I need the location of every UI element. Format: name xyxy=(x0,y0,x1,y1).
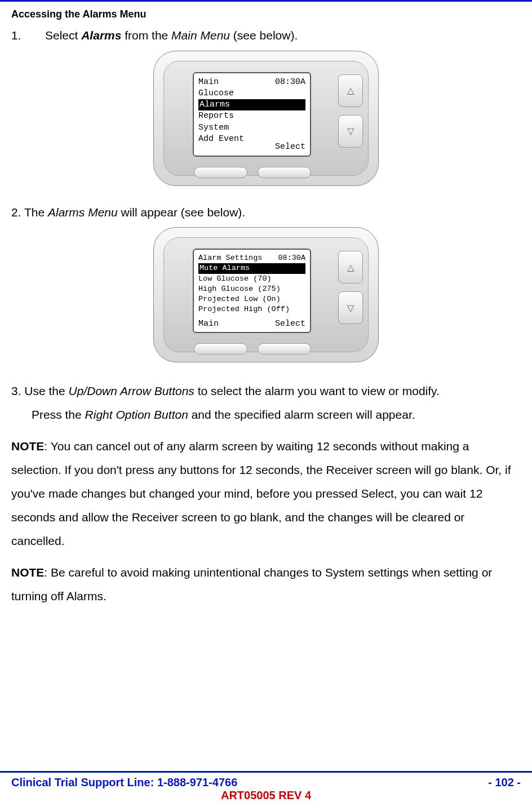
step-2-alarmsmenu: Alarms Menu xyxy=(48,206,118,219)
lcd1-title: Main xyxy=(198,77,219,88)
lcd2-footer-left: Main xyxy=(198,318,219,330)
step-3-updown: Up/Down Arrow Buttons xyxy=(69,384,194,397)
lcd2-time: 08:30A xyxy=(278,253,305,263)
step-3-number: 3. xyxy=(11,384,21,397)
step-3-text-a: Use the xyxy=(21,384,69,397)
step-2-text-b: will appear (see below). xyxy=(118,206,245,219)
device-illustration-alarms-menu: Alarm Settings 08:30A Mute Alarms Low Gl… xyxy=(153,227,379,362)
footer-page-number: - 102 - xyxy=(488,776,521,789)
device-illustration-main-menu: Main 08:30A Glucose Alarms Reports Syste… xyxy=(153,51,379,186)
step-3-text-b: to select the alarm you want to view or … xyxy=(194,384,440,397)
step-3: 3. Use the Up/Down Arrow Buttons to sele… xyxy=(11,379,521,427)
step-1-number: 1. xyxy=(11,26,45,45)
left-option-button[interactable] xyxy=(194,167,247,178)
lcd1-item-2: Reports xyxy=(198,110,305,122)
lcd2-item-3: Projected Low (On) xyxy=(198,294,305,304)
step-2: 2. The Alarms Menu will appear (see belo… xyxy=(11,203,521,222)
lcd-main-menu: Main 08:30A Glucose Alarms Reports Syste… xyxy=(193,72,311,157)
note-2-label: NOTE xyxy=(11,566,44,579)
lcd1-time: 08:30A xyxy=(275,77,305,88)
note-1-label: NOTE xyxy=(11,440,44,453)
lcd1-item-0: Glucose xyxy=(198,88,305,99)
step-1-text-c: (see below). xyxy=(230,29,298,42)
lcd2-item-1: Low Glucose (70) xyxy=(198,274,305,284)
page-footer: Clinical Trial Support Line: 1-888-971-4… xyxy=(0,771,532,802)
note-2-body: : Be careful to avoid making unintention… xyxy=(11,566,492,602)
up-arrow-button[interactable]: △ xyxy=(338,251,363,283)
step-2-text-a: 2. The xyxy=(11,206,48,219)
section-heading: Accessing the Alarms Menu xyxy=(11,8,521,20)
lcd1-footer-right: Select xyxy=(275,141,305,153)
lcd2-item-4: Projected High (Off) xyxy=(198,304,305,314)
triangle-down-icon: ▽ xyxy=(347,126,354,136)
triangle-up-icon: △ xyxy=(347,85,354,96)
right-option-button[interactable] xyxy=(258,343,311,354)
footer-revision: ART05005 REV 4 xyxy=(11,789,521,802)
lcd2-item-0: Mute Alarms xyxy=(198,263,305,273)
step-3-text-c: Press the xyxy=(32,408,85,421)
step-1-text-a: Select xyxy=(45,29,81,42)
lcd2-item-2: High Glucose (275) xyxy=(198,284,305,294)
lcd1-item-1: Alarms xyxy=(198,99,305,110)
step-3-text-d: and the specified alarm screen will appe… xyxy=(188,408,415,421)
right-option-button[interactable] xyxy=(258,167,311,178)
step-1-mainmenu: Main Menu xyxy=(171,29,230,42)
step-1-alarms: Alarms xyxy=(81,29,121,42)
down-arrow-button[interactable]: ▽ xyxy=(338,291,363,324)
step-3-rightoption: Right Option Button xyxy=(85,408,188,421)
note-1-body: : You can cancel out of any alarm screen… xyxy=(11,440,511,547)
lcd2-footer-right: Select xyxy=(275,318,305,330)
lcd-alarms-menu: Alarm Settings 08:30A Mute Alarms Low Gl… xyxy=(193,249,311,333)
step-1: 1.Select Alarms from the Main Menu (see … xyxy=(11,26,521,45)
lcd2-title: Alarm Settings xyxy=(198,253,262,263)
triangle-up-icon: △ xyxy=(347,262,354,273)
footer-support-line: Clinical Trial Support Line: 1-888-971-4… xyxy=(11,776,237,789)
note-2: NOTE: Be careful to avoid making uninten… xyxy=(11,561,521,608)
step-1-text-b: from the xyxy=(121,29,171,42)
note-1: NOTE: You can cancel out of any alarm sc… xyxy=(11,435,521,553)
lcd1-item-3: System xyxy=(198,122,305,134)
left-option-button[interactable] xyxy=(194,343,247,354)
down-arrow-button[interactable]: ▽ xyxy=(338,115,363,148)
up-arrow-button[interactable]: △ xyxy=(338,74,363,107)
triangle-down-icon: ▽ xyxy=(347,303,354,313)
